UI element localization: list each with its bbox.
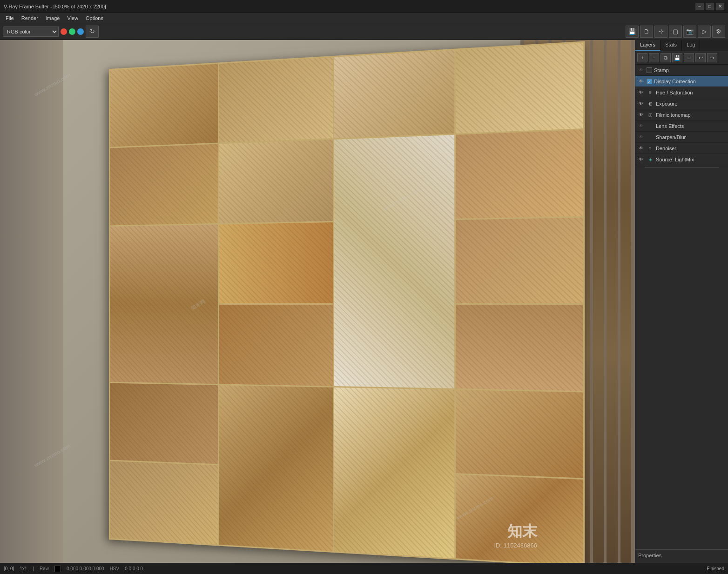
layer-name-display: Display Correction — [654, 79, 726, 84]
tab-layers[interactable]: Layers — [635, 40, 661, 51]
dot-red[interactable] — [61, 28, 67, 35]
statusbar-finished: Finished — [707, 566, 724, 571]
artwork-mosaic — [108, 41, 584, 563]
art-tile-3 — [334, 50, 454, 138]
panel-toolbar: + − ⧉ 💾 ≡ ↩ ↪ — [635, 51, 728, 65]
layer-eye-stamp[interactable]: 👁 — [637, 67, 645, 74]
layers-divider — [645, 167, 719, 167]
art-tile-16 — [334, 387, 454, 558]
layer-name-stamp: Stamp — [654, 67, 726, 73]
statusbar-colormode: HSV — [110, 566, 120, 571]
layer-eye-exposure[interactable]: 👁 — [637, 100, 645, 107]
layer-denoiser[interactable]: 👁 ≡ Denoiser — [635, 143, 728, 154]
save-button[interactable]: 💾 — [626, 26, 639, 38]
layer-eye-lens[interactable]: 👁 — [637, 122, 645, 130]
minimize-button[interactable]: − — [695, 3, 704, 10]
layer-icon-lens — [647, 122, 654, 130]
render-button[interactable]: ▷ — [698, 26, 711, 38]
panel-btn-undo[interactable]: ↩ — [695, 53, 706, 62]
dot-blue[interactable] — [77, 28, 84, 35]
statusbar-rgb-values: 0.000 0.000 0.000 — [67, 566, 104, 571]
layer-hue-saturation[interactable]: 👁 ≡ Hue / Saturation — [635, 87, 728, 98]
layer-eye-hue[interactable]: 👁 — [637, 89, 645, 96]
layer-name-filmic: Filmic tonemap — [656, 112, 726, 118]
art-tile-19 — [456, 474, 583, 563]
layer-icon-exposure: ◐ — [647, 100, 654, 107]
main-content: www.znzmo.com www.znzmo.com www.znzmo.co… — [0, 40, 728, 563]
layer-name-lens: Lens Effects — [656, 123, 726, 129]
menu-view[interactable]: View — [63, 14, 82, 22]
wood-strip-6 — [593, 40, 604, 563]
art-tile-8 — [456, 130, 583, 218]
statusbar-colorbox — [54, 566, 61, 572]
frame-button[interactable]: ▢ — [669, 26, 682, 38]
menu-file[interactable]: File — [2, 14, 18, 22]
statusbar: [0, 0] 1x1 | Raw 0.000 0.000 0.000 HSV 0… — [0, 563, 728, 574]
panel-tabs: Layers Stats Log — [635, 40, 728, 51]
dot-green[interactable] — [69, 28, 75, 35]
layer-eye-lightmix[interactable]: 👁 — [637, 156, 645, 163]
layers-list: 👁 Stamp 👁 ✓ Display Correction 👁 ≡ Hue /… — [635, 65, 728, 549]
channel-select[interactable]: RGB color Alpha Diffuse — [3, 27, 59, 37]
layer-icon-filmic: ◎ — [647, 111, 654, 119]
properties-label: Properties — [638, 553, 725, 558]
camera-button[interactable]: 📷 — [683, 26, 696, 38]
art-tile-13 — [456, 305, 583, 391]
cursor-button[interactable]: ⊹ — [654, 26, 667, 38]
statusbar-hsv: 0 0.0 0.0 — [125, 566, 143, 571]
layer-eye-display[interactable]: 👁 — [637, 78, 645, 85]
tab-stats[interactable]: Stats — [661, 40, 682, 51]
layer-icon-sharpen — [647, 133, 654, 141]
art-tile-12 — [219, 305, 332, 386]
layer-name-hue: Hue / Saturation — [656, 90, 726, 95]
layer-lightmix[interactable]: 👁 ◈ Source: LightMix — [635, 154, 728, 165]
statusbar-coordinates: [0, 0] — [4, 566, 14, 571]
art-tile-10 — [219, 222, 332, 303]
viewport[interactable]: www.znzmo.com www.znzmo.com www.znzmo.co… — [0, 40, 635, 563]
layer-filmic[interactable]: 👁 ◎ Filmic tonemap — [635, 109, 728, 120]
menu-render[interactable]: Render — [18, 14, 42, 22]
art-tile-4 — [456, 43, 583, 133]
art-tile-6 — [219, 140, 332, 223]
left-wall-panel — [0, 40, 63, 563]
art-tile-9 — [110, 224, 217, 383]
layer-check-stamp[interactable] — [647, 67, 652, 73]
layer-lens[interactable]: 👁 Lens Effects — [635, 120, 728, 132]
layer-eye-sharpen[interactable]: 👁 — [637, 133, 645, 141]
wood-strip-8 — [620, 40, 631, 563]
statusbar-sep1: | — [33, 566, 34, 571]
layer-eye-filmic[interactable]: 👁 — [637, 111, 645, 119]
maximize-button[interactable]: □ — [706, 3, 714, 10]
art-tile-17 — [456, 390, 583, 478]
panel-btn-add[interactable]: + — [637, 53, 647, 62]
art-tile-5 — [110, 144, 217, 225]
menu-options[interactable]: Options — [82, 14, 107, 22]
wood-strip-7 — [607, 40, 617, 563]
panel-btn-save[interactable]: 💾 — [672, 53, 682, 62]
layer-check-display[interactable]: ✓ — [647, 79, 652, 84]
panel-btn-redo[interactable]: ↪ — [707, 53, 717, 62]
layer-eye-denoiser[interactable]: 👁 — [637, 145, 645, 152]
titlebar: V-Ray Frame Buffer - [50.0% of 2420 x 22… — [0, 0, 728, 13]
statusbar-zoom: 1x1 — [20, 566, 27, 571]
layer-icon-lightmix: ◈ — [647, 156, 654, 163]
menu-image[interactable]: Image — [42, 14, 64, 22]
panel-btn-delete[interactable]: − — [649, 53, 659, 62]
settings-button[interactable]: ⚙ — [712, 26, 725, 38]
art-tile-15 — [219, 385, 332, 551]
save-alpha-button[interactable]: 🗋 — [640, 26, 653, 38]
refresh-button[interactable]: ↻ — [86, 26, 99, 38]
toolbar-right-buttons: 💾 🗋 ⊹ ▢ 📷 ▷ ⚙ — [626, 26, 725, 38]
tab-log[interactable]: Log — [682, 40, 700, 51]
layer-display-correction[interactable]: 👁 ✓ Display Correction — [635, 76, 728, 87]
layer-exposure[interactable]: 👁 ◐ Exposure — [635, 98, 728, 109]
canvas: www.znzmo.com www.znzmo.com www.znzmo.co… — [0, 40, 635, 563]
layer-stamp[interactable]: 👁 Stamp — [635, 65, 728, 76]
close-button[interactable]: ✕ — [716, 3, 724, 10]
panel-btn-list[interactable]: ≡ — [684, 53, 694, 62]
layer-name-sharpen: Sharpen/Blur — [656, 134, 726, 140]
layer-name-lightmix: Source: LightMix — [656, 157, 726, 162]
layer-sharpen[interactable]: 👁 Sharpen/Blur — [635, 132, 728, 143]
statusbar-raw: Raw — [40, 566, 49, 571]
panel-btn-copy[interactable]: ⧉ — [661, 53, 671, 62]
